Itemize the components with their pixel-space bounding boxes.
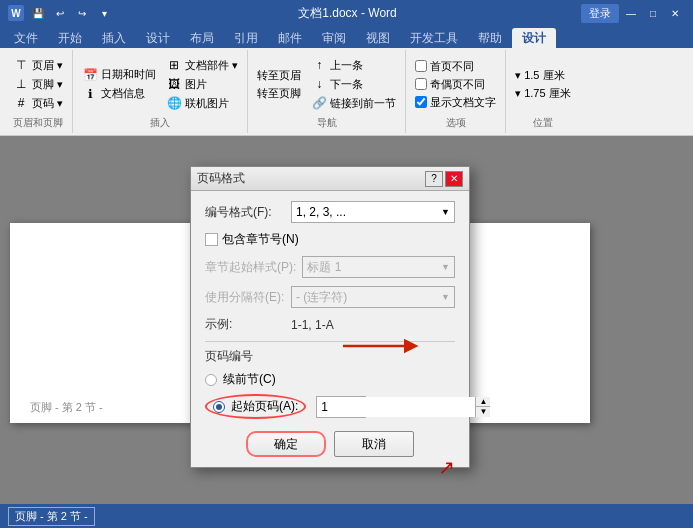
close-button[interactable]: ✕	[665, 3, 685, 23]
pagenum-label: 页码 ▾	[32, 96, 63, 111]
diff-odd-even-checkbox[interactable]	[415, 78, 427, 90]
diff-first-page-label: 首页不同	[430, 59, 474, 74]
spinbox-up-button[interactable]: ▲	[476, 397, 490, 408]
show-doc-text-button[interactable]: 显示文档文字	[412, 94, 499, 111]
show-doc-text-checkbox[interactable]	[415, 96, 427, 108]
start-at-highlight: 起始页码(A):	[205, 394, 306, 419]
example-value: 1-1, 1-A	[291, 318, 334, 332]
tab-layout[interactable]: 布局	[180, 28, 224, 48]
goto-header-label: 转至页眉	[257, 68, 301, 83]
group-label-5: 位置	[533, 116, 553, 131]
datetime-button[interactable]: 📅 日期和时间	[79, 66, 159, 84]
dialog-title: 页码格式	[197, 170, 245, 187]
tab-view[interactable]: 视图	[356, 28, 400, 48]
continue-radio[interactable]	[205, 374, 217, 386]
picture-button[interactable]: 🖼 图片	[163, 75, 241, 93]
header-pos-button[interactable]: ▾ 1.5 厘米	[512, 67, 574, 84]
include-chapter-checkbox[interactable]	[205, 233, 218, 246]
minimize-button[interactable]: —	[621, 3, 641, 23]
group-label-4: 选项	[446, 116, 466, 131]
docinfo-button[interactable]: ℹ 文档信息	[79, 85, 159, 103]
dialog-help-button[interactable]: ?	[425, 171, 443, 187]
tab-insert[interactable]: 插入	[92, 28, 136, 48]
spinbox-down-button[interactable]: ▼	[476, 407, 490, 417]
undo-button[interactable]: ↩	[50, 3, 70, 23]
tab-review[interactable]: 审阅	[312, 28, 356, 48]
footer-pos-button[interactable]: ▾ 1.75 厘米	[512, 85, 574, 102]
group-label-1: 页眉和页脚	[13, 116, 63, 131]
online-picture-button[interactable]: 🌐 联机图片	[163, 94, 241, 112]
continue-label: 续前节(C)	[223, 371, 276, 388]
docparts-icon: ⊞	[166, 57, 182, 73]
tab-design[interactable]: 设计	[136, 28, 180, 48]
tab-references[interactable]: 引用	[224, 28, 268, 48]
ribbon-group-header-footer-left: ⊤ 页眉 ▾ ⊥ 页脚 ▾ # 页码 ▾ 页眉和页脚	[4, 50, 73, 133]
tab-mail[interactable]: 邮件	[268, 28, 312, 48]
separator-arrow: ▼	[441, 292, 450, 302]
next-button[interactable]: ↓ 下一条	[308, 75, 399, 93]
docinfo-label: 文档信息	[101, 86, 145, 101]
picture-icon: 🖼	[166, 76, 182, 92]
dialog-body: 编号格式(F): 1, 2, 3, ... ▼ 包含章节号(N) 章节起始样式(…	[191, 191, 469, 467]
docparts-button[interactable]: ⊞ 文档部件 ▾	[163, 56, 241, 74]
datetime-icon: 📅	[82, 67, 98, 83]
dialog-close-button[interactable]: ✕	[445, 171, 463, 187]
save-button[interactable]: 💾	[28, 3, 48, 23]
footer-indicator-text: 页脚 - 第 2 节 -	[30, 401, 103, 413]
quick-access-button[interactable]: ▾	[94, 3, 114, 23]
format-select[interactable]: 1, 2, 3, ... ▼	[291, 201, 455, 223]
redo-button[interactable]: ↪	[72, 3, 92, 23]
tab-devtools[interactable]: 开发工具	[400, 28, 468, 48]
tab-design-hf[interactable]: 设计	[512, 28, 556, 48]
chapter-style-select: 标题 1 ▼	[302, 256, 455, 278]
chapter-style-row: 章节起始样式(P): 标题 1 ▼	[205, 256, 455, 278]
next-icon: ↓	[311, 76, 327, 92]
pagenum-button[interactable]: # 页码 ▾	[10, 94, 66, 112]
goto-header-button[interactable]: 转至页眉	[254, 67, 304, 84]
title-bar-left: W 💾 ↩ ↪ ▾	[8, 3, 114, 23]
diff-first-page-button[interactable]: 首页不同	[412, 58, 499, 75]
ok-button[interactable]: 确定	[246, 431, 326, 457]
ribbon-group-options: 首页不同 奇偶页不同 显示文档文字 选项	[406, 50, 506, 133]
link-prev-button[interactable]: 🔗 链接到前一节	[308, 94, 399, 112]
chapter-style-label: 章节起始样式(P):	[205, 259, 296, 276]
datetime-label: 日期和时间	[101, 67, 156, 82]
title-bar-right: 登录 — □ ✕	[581, 3, 685, 23]
format-row: 编号格式(F): 1, 2, 3, ... ▼	[205, 201, 455, 223]
ribbon-group-nav: 转至页眉 转至页脚 ↑ 上一条 ↓ 下一条 🔗 链接到前一节	[248, 50, 406, 133]
prev-button[interactable]: ↑ 上一条	[308, 56, 399, 74]
diff-odd-even-button[interactable]: 奇偶页不同	[412, 76, 499, 93]
prev-icon: ↑	[311, 57, 327, 73]
start-at-input[interactable]	[317, 397, 475, 417]
maximize-button[interactable]: □	[643, 3, 663, 23]
tab-home[interactable]: 开始	[48, 28, 92, 48]
start-at-radio[interactable]	[213, 401, 225, 413]
footer-label: 页脚 ▾	[32, 77, 63, 92]
group-label-2: 插入	[150, 116, 170, 131]
footer-button[interactable]: ⊥ 页脚 ▾	[10, 75, 66, 93]
tab-help[interactable]: 帮助	[468, 28, 512, 48]
separator-value: - (连字符)	[296, 289, 347, 306]
chapter-style-arrow: ▼	[441, 262, 450, 272]
format-label: 编号格式(F):	[205, 204, 285, 221]
diff-first-page-checkbox[interactable]	[415, 60, 427, 72]
red-arrow-annotation	[343, 331, 423, 364]
pagenum-icon: #	[13, 95, 29, 111]
separator-label: 使用分隔符(E):	[205, 289, 285, 306]
goto-footer-label: 转至页脚	[257, 86, 301, 101]
login-button[interactable]: 登录	[581, 4, 619, 23]
tab-file[interactable]: 文件	[4, 28, 48, 48]
header-button[interactable]: ⊤ 页眉 ▾	[10, 56, 66, 74]
dialog-buttons: 确定 取消	[205, 431, 455, 457]
start-at-spinbox[interactable]: ▲ ▼	[316, 396, 366, 418]
ribbon: ⊤ 页眉 ▾ ⊥ 页脚 ▾ # 页码 ▾ 页眉和页脚 📅 日期和时间	[0, 48, 693, 136]
ribbon-group-content-4: 首页不同 奇偶页不同 显示文档文字	[412, 52, 499, 116]
cancel-button[interactable]: 取消	[334, 431, 414, 457]
goto-footer-button[interactable]: 转至页脚	[254, 85, 304, 102]
diff-odd-even-label: 奇偶页不同	[430, 77, 485, 92]
online-picture-icon: 🌐	[166, 95, 182, 111]
ribbon-col-2: 📅 日期和时间 ℹ 文档信息	[79, 66, 159, 103]
ribbon-col-5: ↑ 上一条 ↓ 下一条 🔗 链接到前一节	[308, 56, 399, 112]
ribbon-group-position: ▾ 1.5 厘米 ▾ 1.75 厘米 位置	[506, 50, 580, 133]
start-at-radio-row: 起始页码(A): ▲ ▼	[205, 394, 455, 419]
